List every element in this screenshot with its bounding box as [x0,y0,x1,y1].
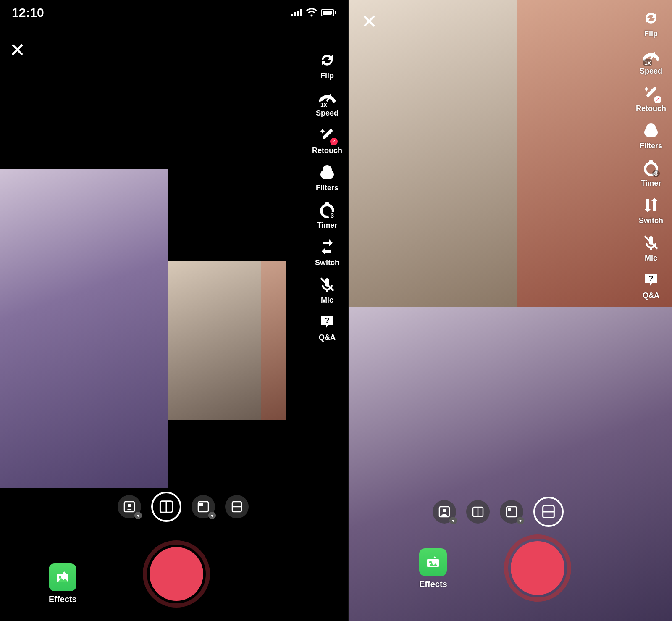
tool-label: Retouch [636,104,666,113]
top-bottom-layout-button[interactable] [533,497,564,527]
duet-layout-selector: ▾ ▾ [433,497,564,527]
timer-button[interactable]: 3 Timer [312,200,342,230]
svg-point-49 [429,561,432,563]
mic-button[interactable]: Mic [636,233,666,263]
duet-source-preview-a [349,0,517,307]
svg-point-28 [59,576,61,579]
switch-icon [641,195,661,215]
filters-icon [318,163,337,182]
green-screen-layout-button[interactable]: ▾ [118,495,141,518]
tool-label: Flip [644,29,658,38]
duet-record-screen-side-by-side: 12:10 ✕ Flip 1x Speed ✓ Retouch [0,0,349,621]
flip-icon [641,8,661,28]
duet-record-screen-top-bottom: ✕ Flip 1x Speed ✓ Retouch Filters [349,0,672,621]
tool-label: Speed [316,109,339,118]
filters-icon [641,121,661,140]
record-button[interactable] [143,540,210,608]
side-by-side-layout-button[interactable] [151,492,181,522]
tool-label: Speed [640,67,662,76]
svg-rect-0 [291,14,293,16]
svg-rect-7 [335,11,336,14]
svg-point-4 [311,15,313,17]
flip-camera-button[interactable]: Flip [636,8,666,38]
speed-button[interactable]: 1x Speed [636,46,666,76]
svg-point-41 [443,509,446,512]
qa-button[interactable]: ? Q&A [312,312,342,342]
svg-point-12 [323,165,332,174]
battery-icon [321,9,336,16]
retouch-active-check-icon: ✓ [654,96,662,103]
close-button[interactable]: ✕ [361,12,378,31]
wifi-icon [306,8,317,17]
tool-label: Q&A [643,291,659,300]
tool-label: Q&A [319,333,336,342]
tool-label: Timer [641,179,662,188]
switch-icon [318,237,337,257]
svg-point-20 [128,504,131,507]
duet-layout-selector: ▾ ▾ [118,492,249,522]
chevron-down-icon: ▾ [449,517,457,524]
speed-badge: 1x [319,101,328,108]
picture-in-picture-layout-button[interactable]: ▾ [192,495,215,518]
status-time: 12:10 [12,5,44,20]
svg-rect-1 [294,12,296,16]
picture-in-picture-layout-button[interactable]: ▾ [500,500,523,524]
tool-label: Switch [315,258,339,267]
tool-label: Mic [645,254,657,263]
cellular-icon [291,9,302,16]
qa-icon: ? [318,312,337,332]
tool-label: Retouch [312,146,342,155]
speed-button[interactable]: 1x Speed [312,88,342,118]
flip-icon [318,50,337,70]
retouch-icon: ✓ [318,125,337,145]
speed-icon: 1x [318,88,337,107]
camera-preview-self [0,169,168,488]
duet-source-preview-a [168,261,261,420]
switch-button[interactable]: Switch [312,237,342,267]
status-bar: 12:10 [0,0,348,25]
close-button[interactable]: ✕ [9,40,26,60]
record-button-inner [511,541,564,595]
retouch-button[interactable]: ✓ Retouch [312,125,342,155]
camera-tools-sidebar: Flip 1x Speed ✓ Retouch Filters 3 Ti [636,8,666,300]
record-button[interactable] [504,534,571,602]
qa-button[interactable]: ? Q&A [636,270,666,300]
effects-label: Effects [419,579,447,589]
mic-button[interactable]: Mic [312,275,342,305]
chevron-down-icon: ▾ [134,512,142,519]
green-screen-layout-button[interactable]: ▾ [433,500,456,524]
svg-text:?: ? [325,316,330,325]
effects-button[interactable]: Effects [49,563,77,604]
tool-label: Filters [316,184,339,192]
flip-camera-button[interactable]: Flip [312,50,342,80]
tool-label: Flip [320,71,334,80]
tool-label: Switch [639,216,663,225]
svg-rect-3 [300,9,302,16]
effects-button[interactable]: Effects [419,548,447,589]
svg-rect-6 [323,11,332,15]
retouch-icon: ✓ [641,83,661,103]
svg-rect-45 [508,508,511,511]
mic-muted-icon [641,233,661,252]
speed-icon: 1x [641,46,661,65]
switch-button[interactable]: Switch [636,195,666,225]
tool-label: Filters [640,142,662,150]
effects-icon [419,548,447,576]
svg-rect-24 [200,503,203,506]
duet-source-preview-b [261,261,286,420]
timer-button[interactable]: 3 Timer [636,158,666,188]
filters-button[interactable]: Filters [312,163,342,192]
tool-label: Timer [317,221,338,230]
retouch-button[interactable]: ✓ Retouch [636,83,666,113]
timer-badge: 3 [652,170,660,177]
status-indicators [291,8,336,17]
chevron-down-icon: ▾ [208,512,216,519]
svg-point-33 [646,123,656,132]
svg-rect-35 [649,160,653,162]
timer-badge: 3 [328,212,336,219]
filters-button[interactable]: Filters [636,121,666,150]
qa-icon: ? [641,270,661,289]
top-bottom-layout-button[interactable] [225,495,249,518]
side-by-side-layout-button[interactable] [466,500,490,524]
tool-label: Mic [321,296,333,305]
